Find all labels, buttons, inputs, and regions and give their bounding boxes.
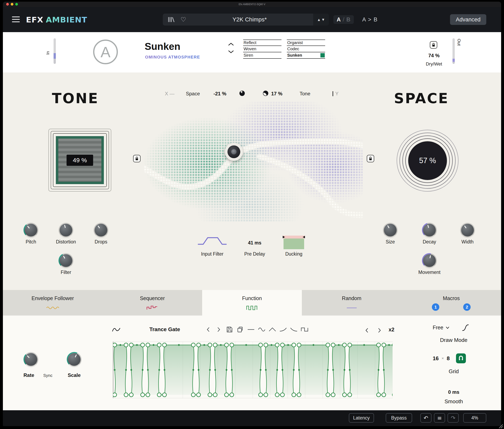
shape-square-icon[interactable]	[301, 326, 308, 333]
xy-pad-handle[interactable]	[225, 143, 243, 161]
space-param-value[interactable]: -21 %	[214, 91, 226, 97]
function-shape-title[interactable]: Trance Gate	[149, 326, 180, 333]
shape-flat-icon[interactable]	[247, 326, 255, 333]
distortion-knob[interactable]	[59, 223, 73, 237]
history-list-icon[interactable]: ≡	[434, 413, 445, 423]
xy-pad-pixel-grid	[144, 101, 363, 221]
preset-item[interactable]: Reflect	[243, 40, 281, 46]
xy-morph-pad[interactable]	[144, 101, 363, 221]
tab-macros[interactable]: Macros 1 2	[401, 290, 501, 315]
scale-knob-label: Scale	[62, 372, 87, 378]
minimize-window-button[interactable]	[11, 3, 13, 6]
current-preset-name[interactable]: Y2K Chimps*	[186, 16, 313, 23]
tone-param-value[interactable]: 17 %	[271, 91, 282, 97]
close-window-button[interactable]	[6, 3, 9, 6]
input-level-meter[interactable]	[54, 38, 56, 64]
sync-toggle[interactable]: Sync	[43, 373, 52, 378]
next-shape-icon[interactable]	[215, 326, 223, 333]
snap-magnet-button[interactable]	[456, 353, 466, 363]
ducking-right-handle-icon[interactable]	[303, 236, 305, 238]
redo-icon[interactable]: ↷	[448, 413, 459, 423]
advanced-button[interactable]: Advanced	[450, 14, 486, 25]
decay-knob-label: Decay	[413, 239, 446, 245]
macro-2-button[interactable]: 2	[463, 303, 471, 311]
rate-mode-dropdown[interactable]: Free	[433, 324, 450, 331]
filter-knob-label: Filter	[49, 270, 82, 275]
size-knob[interactable]	[383, 223, 398, 237]
sequencer-icon	[146, 305, 158, 311]
ab-slot-b[interactable]: B	[346, 17, 351, 23]
shape-triangle-icon[interactable]	[269, 326, 276, 333]
logo-ambient: AMBIENT	[46, 15, 87, 24]
ab-separator: /	[343, 17, 344, 23]
tone-mini-knob-icon[interactable]	[263, 91, 268, 96]
library-icon[interactable]	[168, 17, 175, 22]
grid-x-value[interactable]: 16	[433, 355, 439, 362]
tone-amount-display[interactable]: 49 %	[48, 129, 111, 192]
smooth-value[interactable]: 0 ms	[431, 389, 476, 395]
preset-item[interactable]: Siren	[243, 52, 281, 59]
tab-random[interactable]: Random	[302, 290, 402, 315]
trance-gate-editor[interactable]	[113, 339, 393, 403]
latency-button[interactable]: Latency	[349, 413, 374, 423]
space-heading: SPACE	[394, 90, 449, 106]
dry-wet-lock-icon[interactable]	[430, 41, 437, 49]
ab-toggle[interactable]: A / B	[333, 15, 354, 24]
ab-copy-button[interactable]: A > B	[362, 17, 378, 23]
zoom-window-button[interactable]	[15, 3, 18, 6]
ducking-left-handle-icon[interactable]	[283, 236, 285, 238]
preset-item[interactable]: Codec	[287, 46, 325, 52]
rate-knob[interactable]	[24, 352, 38, 367]
preset-item-selected[interactable]: Sunken	[287, 52, 325, 59]
output-level-meter[interactable]	[452, 38, 455, 64]
tab-envelope-follower[interactable]: Envelope Follower	[3, 290, 103, 315]
cpu-meter[interactable]: 4%	[463, 413, 486, 423]
input-filter-icon[interactable]	[198, 236, 227, 245]
resize-handle[interactable]	[497, 422, 503, 429]
preset-up-icon[interactable]: ▲	[318, 18, 320, 21]
preset-browser-bar: ♡ Y2K Chimps* ▲ ▼	[163, 14, 329, 26]
undo-icon[interactable]: ↶	[420, 413, 432, 423]
tab-label: Random	[342, 295, 361, 301]
pitch-knob[interactable]	[24, 223, 38, 237]
ducking-display[interactable]	[283, 236, 305, 249]
tone-lock-icon[interactable]	[133, 155, 141, 162]
width-knob[interactable]	[460, 223, 475, 237]
pattern-next-icon[interactable]	[376, 327, 383, 334]
prev-shape-icon[interactable]	[204, 326, 212, 333]
pattern-prev-icon[interactable]	[363, 327, 370, 334]
filter-knob[interactable]	[59, 253, 73, 268]
scale-knob[interactable]	[67, 352, 81, 367]
space-lock-icon[interactable]	[367, 155, 374, 162]
favorite-icon[interactable]: ♡	[180, 17, 186, 23]
space-mini-knob-icon[interactable]	[239, 91, 245, 96]
ab-slot-a[interactable]: A	[337, 17, 341, 23]
pre-delay-value[interactable]: 41 ms	[236, 240, 273, 246]
tab-sequencer[interactable]: Sequencer	[103, 290, 202, 315]
preset-scroll-up-icon[interactable]	[228, 43, 234, 46]
pattern-x2-button[interactable]: x2	[389, 327, 394, 333]
preset-item[interactable]: Woven	[243, 46, 281, 52]
ducking-fill	[284, 238, 304, 249]
grid-times: ×	[441, 356, 444, 361]
shape-sine-icon[interactable]	[258, 326, 265, 333]
decay-knob[interactable]	[422, 223, 437, 237]
preset-scroll-down-icon[interactable]	[228, 50, 234, 53]
preset-item[interactable]: Organist	[287, 40, 325, 46]
save-shape-icon[interactable]	[226, 326, 233, 333]
space-amount-display[interactable]: 57 %	[397, 130, 459, 192]
preset-prev-next[interactable]: ▲ ▼	[313, 14, 329, 26]
movement-knob[interactable]	[422, 253, 437, 268]
trance-gate-pattern[interactable]	[113, 339, 393, 403]
draw-mode-curve-icon[interactable]	[461, 323, 470, 333]
shape-ramp-down-icon[interactable]	[290, 326, 297, 333]
drops-knob[interactable]	[94, 223, 108, 237]
bypass-button[interactable]: Bypass	[386, 413, 412, 423]
grid-y-value[interactable]: 8	[447, 355, 450, 362]
shape-ramp-up-icon[interactable]	[279, 326, 287, 333]
tab-function[interactable]: Function	[202, 290, 302, 315]
copy-shape-icon[interactable]	[236, 326, 244, 333]
macro-1-button[interactable]: 1	[432, 303, 439, 311]
preset-down-icon[interactable]: ▼	[322, 18, 324, 21]
menu-icon[interactable]	[12, 17, 20, 24]
